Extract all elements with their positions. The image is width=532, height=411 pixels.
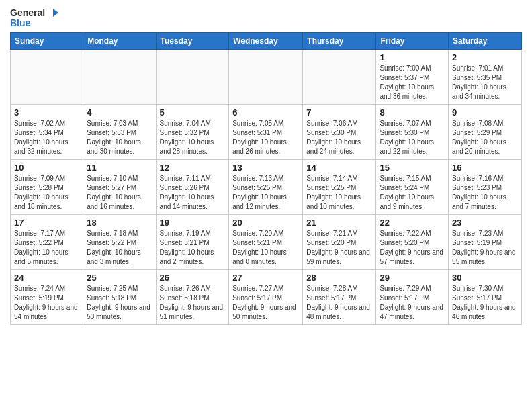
col-sunday: Sunday <box>11 33 83 50</box>
day-number: 20 <box>232 218 299 228</box>
calendar-cell <box>83 50 156 105</box>
calendar-cell: 4Sunrise: 7:03 AM Sunset: 5:33 PM Daylig… <box>83 105 156 160</box>
calendar-cell: 17Sunrise: 7:17 AM Sunset: 5:22 PM Dayli… <box>11 215 83 270</box>
page: General Blue Sunday Monday Tuesday Wedne… <box>0 0 532 411</box>
day-info: Sunrise: 7:20 AM Sunset: 5:21 PM Dayligh… <box>232 229 299 267</box>
day-info: Sunrise: 7:24 AM Sunset: 5:19 PM Dayligh… <box>14 284 79 322</box>
day-info: Sunrise: 7:23 AM Sunset: 5:19 PM Dayligh… <box>452 229 518 267</box>
day-info: Sunrise: 7:02 AM Sunset: 5:34 PM Dayligh… <box>14 119 79 156</box>
day-number: 4 <box>87 107 152 118</box>
day-number: 1 <box>380 52 445 62</box>
logo-general: General <box>10 7 45 18</box>
day-info: Sunrise: 7:30 AM Sunset: 5:17 PM Dayligh… <box>452 284 518 322</box>
day-info: Sunrise: 7:03 AM Sunset: 5:33 PM Dayligh… <box>87 119 152 156</box>
calendar-cell: 23Sunrise: 7:23 AM Sunset: 5:19 PM Dayli… <box>449 215 522 270</box>
col-friday: Friday <box>376 33 449 50</box>
calendar-cell: 28Sunrise: 7:28 AM Sunset: 5:17 PM Dayli… <box>303 270 376 325</box>
col-wednesday: Wednesday <box>229 33 303 50</box>
day-number: 28 <box>306 273 372 283</box>
logo-mark: General Blue <box>10 7 58 28</box>
day-number: 24 <box>14 273 79 283</box>
day-info: Sunrise: 7:05 AM Sunset: 5:31 PM Dayligh… <box>232 119 299 156</box>
calendar-cell <box>11 50 83 105</box>
day-number: 7 <box>306 107 372 118</box>
calendar-cell: 21Sunrise: 7:21 AM Sunset: 5:20 PM Dayli… <box>303 215 376 270</box>
day-number: 27 <box>232 273 299 283</box>
header: General Blue <box>10 7 522 28</box>
week-row-4: 24Sunrise: 7:24 AM Sunset: 5:19 PM Dayli… <box>11 270 522 325</box>
calendar-cell: 3Sunrise: 7:02 AM Sunset: 5:34 PM Daylig… <box>11 105 83 160</box>
calendar-cell: 15Sunrise: 7:15 AM Sunset: 5:24 PM Dayli… <box>376 160 449 215</box>
week-row-1: 3Sunrise: 7:02 AM Sunset: 5:34 PM Daylig… <box>11 105 522 160</box>
calendar-cell: 12Sunrise: 7:11 AM Sunset: 5:26 PM Dayli… <box>156 160 229 215</box>
calendar-cell: 13Sunrise: 7:13 AM Sunset: 5:25 PM Dayli… <box>229 160 303 215</box>
day-info: Sunrise: 7:06 AM Sunset: 5:30 PM Dayligh… <box>306 119 372 156</box>
calendar-cell: 16Sunrise: 7:16 AM Sunset: 5:23 PM Dayli… <box>449 160 522 215</box>
calendar-header-row: Sunday Monday Tuesday Wednesday Thursday… <box>11 33 522 50</box>
day-number: 13 <box>232 163 299 173</box>
day-info: Sunrise: 7:01 AM Sunset: 5:35 PM Dayligh… <box>452 64 518 101</box>
day-number: 19 <box>160 218 226 228</box>
col-monday: Monday <box>83 33 156 50</box>
col-thursday: Thursday <box>303 33 376 50</box>
calendar-cell: 30Sunrise: 7:30 AM Sunset: 5:17 PM Dayli… <box>449 270 522 325</box>
day-number: 6 <box>232 107 299 118</box>
logo-bird-icon <box>46 7 58 19</box>
calendar-cell: 25Sunrise: 7:25 AM Sunset: 5:18 PM Dayli… <box>83 270 156 325</box>
calendar-cell: 22Sunrise: 7:22 AM Sunset: 5:20 PM Dayli… <box>376 215 449 270</box>
day-number: 26 <box>160 273 226 283</box>
week-row-2: 10Sunrise: 7:09 AM Sunset: 5:28 PM Dayli… <box>11 160 522 215</box>
day-number: 2 <box>452 52 518 62</box>
day-number: 16 <box>452 163 518 173</box>
calendar-cell: 26Sunrise: 7:26 AM Sunset: 5:18 PM Dayli… <box>156 270 229 325</box>
day-number: 18 <box>87 218 152 228</box>
logo: General Blue <box>10 7 58 28</box>
day-number: 8 <box>380 107 445 118</box>
week-row-0: 1Sunrise: 7:00 AM Sunset: 5:37 PM Daylig… <box>11 50 522 105</box>
day-info: Sunrise: 7:04 AM Sunset: 5:32 PM Dayligh… <box>160 119 226 156</box>
calendar-cell: 5Sunrise: 7:04 AM Sunset: 5:32 PM Daylig… <box>156 105 229 160</box>
day-number: 25 <box>87 273 152 283</box>
day-info: Sunrise: 7:08 AM Sunset: 5:29 PM Dayligh… <box>452 119 518 156</box>
svg-marker-0 <box>53 9 58 17</box>
calendar-cell: 14Sunrise: 7:14 AM Sunset: 5:25 PM Dayli… <box>303 160 376 215</box>
day-number: 14 <box>306 163 372 173</box>
day-info: Sunrise: 7:29 AM Sunset: 5:17 PM Dayligh… <box>380 284 445 322</box>
day-info: Sunrise: 7:14 AM Sunset: 5:25 PM Dayligh… <box>306 174 372 212</box>
calendar-cell: 7Sunrise: 7:06 AM Sunset: 5:30 PM Daylig… <box>303 105 376 160</box>
day-number: 5 <box>160 107 226 118</box>
calendar-cell: 1Sunrise: 7:00 AM Sunset: 5:37 PM Daylig… <box>376 50 449 105</box>
calendar-cell <box>303 50 376 105</box>
day-info: Sunrise: 7:28 AM Sunset: 5:17 PM Dayligh… <box>306 284 372 322</box>
calendar: Sunday Monday Tuesday Wednesday Thursday… <box>10 32 522 325</box>
calendar-cell: 27Sunrise: 7:27 AM Sunset: 5:17 PM Dayli… <box>229 270 303 325</box>
calendar-cell <box>156 50 229 105</box>
calendar-cell: 29Sunrise: 7:29 AM Sunset: 5:17 PM Dayli… <box>376 270 449 325</box>
day-number: 15 <box>380 163 445 173</box>
day-info: Sunrise: 7:18 AM Sunset: 5:22 PM Dayligh… <box>87 229 152 267</box>
day-info: Sunrise: 7:10 AM Sunset: 5:27 PM Dayligh… <box>87 174 152 212</box>
day-number: 9 <box>452 107 518 118</box>
day-number: 3 <box>14 107 79 118</box>
day-info: Sunrise: 7:21 AM Sunset: 5:20 PM Dayligh… <box>306 229 372 267</box>
col-saturday: Saturday <box>449 33 522 50</box>
day-number: 17 <box>14 218 79 228</box>
day-number: 11 <box>87 163 152 173</box>
day-info: Sunrise: 7:25 AM Sunset: 5:18 PM Dayligh… <box>87 284 152 322</box>
day-number: 29 <box>380 273 445 283</box>
day-info: Sunrise: 7:09 AM Sunset: 5:28 PM Dayligh… <box>14 174 79 212</box>
col-tuesday: Tuesday <box>156 33 229 50</box>
day-info: Sunrise: 7:19 AM Sunset: 5:21 PM Dayligh… <box>160 229 226 267</box>
week-row-3: 17Sunrise: 7:17 AM Sunset: 5:22 PM Dayli… <box>11 215 522 270</box>
calendar-cell: 10Sunrise: 7:09 AM Sunset: 5:28 PM Dayli… <box>11 160 83 215</box>
calendar-cell: 19Sunrise: 7:19 AM Sunset: 5:21 PM Dayli… <box>156 215 229 270</box>
calendar-cell: 8Sunrise: 7:07 AM Sunset: 5:30 PM Daylig… <box>376 105 449 160</box>
logo-blue: Blue <box>10 17 30 28</box>
calendar-cell: 18Sunrise: 7:18 AM Sunset: 5:22 PM Dayli… <box>83 215 156 270</box>
day-number: 23 <box>452 218 518 228</box>
day-number: 12 <box>160 163 226 173</box>
day-info: Sunrise: 7:00 AM Sunset: 5:37 PM Dayligh… <box>380 64 445 101</box>
day-info: Sunrise: 7:16 AM Sunset: 5:23 PM Dayligh… <box>452 174 518 212</box>
day-info: Sunrise: 7:11 AM Sunset: 5:26 PM Dayligh… <box>160 174 226 212</box>
day-info: Sunrise: 7:07 AM Sunset: 5:30 PM Dayligh… <box>380 119 445 156</box>
